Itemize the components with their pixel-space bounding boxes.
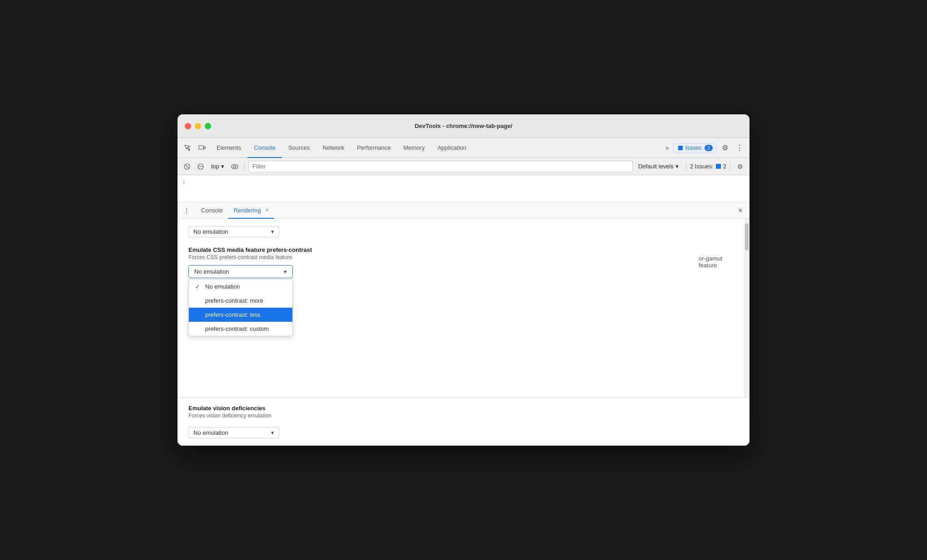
menu-item-less[interactable]: prefers-contrast: less xyxy=(189,308,292,322)
title-bar: DevTools - chrome://new-tab-page/ xyxy=(178,114,749,138)
menu-item-label: prefers-contrast: less xyxy=(205,311,260,318)
block-icon[interactable] xyxy=(195,161,207,172)
eye-icon[interactable] xyxy=(229,161,241,172)
panel-content-area: No emulation ▾ Emulate CSS media feature… xyxy=(178,219,749,446)
scrollbar[interactable] xyxy=(744,219,749,397)
vision-arrow-icon: ▾ xyxy=(271,429,274,436)
panel-more-icon[interactable]: ⋮ xyxy=(181,205,192,216)
panel-tab-rendering[interactable]: Rendering × xyxy=(228,202,274,219)
issues-button[interactable]: Issues: 2 xyxy=(673,143,717,153)
menu-item-label: prefers-contrast: custom xyxy=(205,325,269,332)
tab-sources[interactable]: Sources xyxy=(282,138,316,158)
prefers-contrast-desc: Forces CSS prefers-contrast media featur… xyxy=(188,254,739,260)
issues-prefix: 2 Issues: xyxy=(690,163,714,170)
bottom-panel: ⋮ Console Rendering × × No emulation ▾ E… xyxy=(178,202,749,446)
menu-item-label: prefers-contrast: more xyxy=(205,297,263,304)
color-scheme-dropdown[interactable]: No emulation ▾ xyxy=(188,226,279,237)
more-options-icon[interactable]: ⋮ xyxy=(733,142,746,154)
levels-label: Default levels xyxy=(638,163,674,170)
tab-bar: Elements Console Sources Network Perform… xyxy=(178,138,749,158)
right-line2: feature xyxy=(699,262,722,269)
scrollbar-thumb[interactable] xyxy=(745,223,749,251)
context-dropdown-icon: ▾ xyxy=(221,163,224,170)
svg-rect-1 xyxy=(204,147,205,149)
svg-rect-0 xyxy=(199,146,203,149)
device-toolbar-icon[interactable] xyxy=(196,142,208,154)
menu-item-no-emulation[interactable]: ✓ No emulation xyxy=(189,280,292,294)
issues-number: 2 xyxy=(723,163,726,170)
default-levels-button[interactable]: Default levels ▾ xyxy=(635,162,682,171)
svg-line-4 xyxy=(186,165,188,168)
divider xyxy=(244,162,245,171)
prefers-contrast-dropdown[interactable]: No emulation ▾ xyxy=(188,265,293,278)
tab-network[interactable]: Network xyxy=(316,138,351,158)
console-toolbar: top ▾ Default levels ▾ 2 Issues: 2 ⚙ xyxy=(178,158,749,175)
context-selector[interactable]: top ▾ xyxy=(208,162,227,171)
panel-rendering-label: Rendering xyxy=(234,207,261,214)
tab-performance[interactable]: Performance xyxy=(350,138,397,158)
tab-console[interactable]: Console xyxy=(247,138,282,158)
prefers-contrast-arrow-icon: ▾ xyxy=(284,268,287,275)
tab-bar-right: » Issues: 2 ⚙ ⋮ xyxy=(663,142,746,154)
tab-elements[interactable]: Elements xyxy=(210,138,247,158)
more-tabs-button[interactable]: » xyxy=(663,144,671,152)
svg-rect-2 xyxy=(678,146,683,150)
panel-console-label: Console xyxy=(201,207,223,214)
svg-point-7 xyxy=(232,164,238,169)
menu-item-custom[interactable]: prefers-contrast: custom xyxy=(189,322,292,336)
console-output: › xyxy=(178,175,749,202)
prefers-contrast-menu: ✓ No emulation prefers-contrast: more pr… xyxy=(188,279,293,336)
console-chevron-icon[interactable]: › xyxy=(183,179,185,185)
traffic-lights xyxy=(185,123,211,129)
vision-section: Emulate vision deficiencies Forces visio… xyxy=(178,397,749,446)
maximize-button[interactable] xyxy=(205,123,211,129)
prefers-contrast-value: No emulation xyxy=(194,268,229,275)
check-mark-icon: ✓ xyxy=(195,284,202,290)
console-settings-icon[interactable]: ⚙ xyxy=(734,161,746,172)
context-label: top xyxy=(211,163,219,170)
menu-item-more[interactable]: prefers-contrast: more xyxy=(189,294,292,308)
vision-dropdown[interactable]: No emulation ▾ xyxy=(188,427,279,438)
settings-icon[interactable]: ⚙ xyxy=(719,142,731,154)
vision-title: Emulate vision deficiencies xyxy=(188,405,739,412)
svg-rect-9 xyxy=(716,164,721,169)
vision-value: No emulation xyxy=(193,429,228,436)
right-partial-content: or-gamut feature xyxy=(699,255,722,269)
panel-close-button[interactable]: × xyxy=(735,205,746,216)
window-title: DevTools - chrome://new-tab-page/ xyxy=(414,123,512,129)
vision-desc: Forces vision deficiency emulation xyxy=(188,413,739,419)
rendering-panel-content: No emulation ▾ Emulate CSS media feature… xyxy=(178,219,749,397)
tab-memory[interactable]: Memory xyxy=(397,138,431,158)
menu-item-label: No emulation xyxy=(205,283,240,290)
color-scheme-value: No emulation xyxy=(193,228,228,235)
close-button[interactable] xyxy=(185,123,191,129)
prefers-contrast-dropdown-wrapper: No emulation ▾ ✓ No emulation prefers-co… xyxy=(188,265,293,278)
svg-point-8 xyxy=(234,165,236,167)
right-line1: or-gamut xyxy=(699,255,722,262)
prefers-contrast-title: Emulate CSS media feature prefers-contra… xyxy=(188,246,739,253)
panel-tab-close-icon[interactable]: × xyxy=(266,207,269,213)
issues-badge: 2 xyxy=(705,145,713,151)
minimize-button[interactable] xyxy=(195,123,201,129)
tab-application[interactable]: Application xyxy=(431,138,473,158)
filter-input[interactable] xyxy=(248,161,633,172)
levels-dropdown-icon: ▾ xyxy=(676,163,679,170)
color-scheme-arrow-icon: ▾ xyxy=(271,228,274,235)
inspect-element-icon[interactable] xyxy=(181,142,194,154)
clear-console-icon[interactable] xyxy=(181,161,193,172)
panel-tabs: ⋮ Console Rendering × × xyxy=(178,202,749,219)
devtools-window: DevTools - chrome://new-tab-page/ Elemen… xyxy=(178,114,749,446)
issues-label: Issues: xyxy=(685,145,703,151)
panel-tab-console[interactable]: Console xyxy=(196,202,228,219)
issues-count-section[interactable]: 2 Issues: 2 xyxy=(686,162,730,171)
